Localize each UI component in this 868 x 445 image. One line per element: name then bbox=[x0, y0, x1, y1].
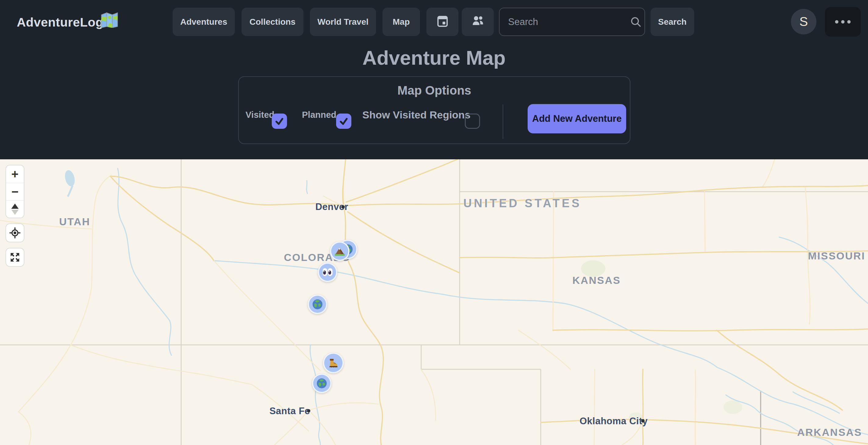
page-title: Adventure Map bbox=[0, 47, 868, 69]
city-label-oklahoma-city: Oklahoma City bbox=[580, 416, 648, 427]
geolocate-button[interactable] bbox=[5, 224, 24, 242]
planned-label: Planned bbox=[302, 110, 336, 120]
globe-emoji bbox=[312, 298, 323, 310]
add-new-adventure-button[interactable]: Add New Adventure bbox=[528, 104, 626, 134]
calendar-icon bbox=[437, 14, 448, 29]
map-base-layer bbox=[0, 159, 868, 445]
search-button-label: Search bbox=[658, 17, 686, 27]
map-options-title: Map Options bbox=[239, 84, 630, 97]
ellipsis-icon bbox=[847, 20, 850, 24]
map-options-card: Map Options Visited Planned Show Visited… bbox=[238, 76, 630, 144]
plus-icon: + bbox=[11, 167, 18, 181]
state-label-oklahoma: OKLAHOMA bbox=[616, 443, 683, 445]
adventure-marker-mountain[interactable] bbox=[330, 241, 349, 261]
hiking-boot-emoji bbox=[328, 357, 339, 369]
app-header: AdventureLog Adventures Collections Worl… bbox=[0, 0, 868, 46]
state-label-arkansas: ARKANSAS bbox=[797, 426, 862, 438]
mountain-emoji bbox=[334, 245, 346, 257]
city-dot-oklahoma-city bbox=[641, 419, 645, 423]
state-label-utah: UTAH bbox=[59, 216, 90, 228]
state-label-missouri: MISSOURI bbox=[808, 250, 865, 262]
avatar-initial: S bbox=[799, 14, 808, 29]
zoom-in-button[interactable]: + bbox=[6, 166, 24, 183]
avatar[interactable]: S bbox=[791, 9, 816, 34]
adventure-marker-globe[interactable] bbox=[308, 295, 327, 314]
search-button[interactable]: Search bbox=[651, 8, 694, 36]
state-label-kansas: KANSAS bbox=[572, 274, 621, 286]
show-visited-regions-label: Show Visited Regions bbox=[362, 109, 471, 121]
fullscreen-icon bbox=[9, 252, 21, 263]
map-canvas[interactable]: UTAH COLORADO UNITED STATES KANSAS MISSO… bbox=[0, 159, 868, 445]
search-input[interactable] bbox=[500, 17, 630, 27]
city-label-santa-fe: Santa Fe bbox=[269, 406, 310, 417]
nav-map[interactable]: Map bbox=[382, 8, 420, 36]
check-icon bbox=[274, 116, 284, 126]
planned-checkbox[interactable] bbox=[336, 114, 351, 129]
check-icon bbox=[339, 116, 349, 126]
nav-world-travel[interactable]: World Travel bbox=[310, 8, 376, 36]
pitch-toggle-button[interactable] bbox=[6, 200, 24, 218]
users-button[interactable] bbox=[462, 8, 494, 36]
search-icon bbox=[630, 16, 642, 28]
pitch-toggle-icon bbox=[11, 204, 19, 215]
ellipsis-icon bbox=[835, 20, 838, 24]
country-label: UNITED STATES bbox=[463, 197, 581, 210]
options-divider bbox=[503, 105, 503, 139]
geolocate-icon bbox=[9, 227, 21, 238]
map-zoom-controls: + − bbox=[5, 165, 24, 218]
visited-label: Visited bbox=[246, 110, 275, 120]
visited-checkbox[interactable] bbox=[272, 114, 287, 129]
nav-adventures-label: Adventures bbox=[180, 17, 227, 27]
nav-world-travel-label: World Travel bbox=[317, 17, 369, 27]
show-visited-regions-checkbox[interactable] bbox=[465, 114, 480, 129]
ellipsis-icon bbox=[841, 20, 844, 24]
adventure-marker-globe[interactable] bbox=[312, 374, 332, 393]
nav-adventures[interactable]: Adventures bbox=[173, 8, 235, 36]
fullscreen-button[interactable] bbox=[5, 248, 24, 267]
city-dot-denver bbox=[342, 205, 345, 209]
world-map-emoji-icon bbox=[101, 11, 118, 31]
calendar-button[interactable] bbox=[426, 8, 458, 36]
users-icon bbox=[471, 15, 485, 28]
eyes-emoji bbox=[322, 266, 333, 278]
adventure-marker-eyes[interactable] bbox=[318, 263, 337, 282]
search-box bbox=[499, 8, 645, 36]
adventure-marker-hiking-boot[interactable] bbox=[323, 353, 344, 373]
nav-collections[interactable]: Collections bbox=[242, 8, 304, 36]
nav-collections-label: Collections bbox=[249, 17, 296, 27]
minus-icon: − bbox=[11, 185, 18, 199]
nav-map-label: Map bbox=[393, 17, 410, 27]
app-logo[interactable]: AdventureLog bbox=[17, 15, 103, 30]
city-dot-santa-fe bbox=[307, 409, 310, 413]
overflow-menu-button[interactable] bbox=[825, 7, 861, 37]
zoom-out-button[interactable]: − bbox=[6, 183, 24, 200]
globe-emoji bbox=[316, 378, 328, 389]
